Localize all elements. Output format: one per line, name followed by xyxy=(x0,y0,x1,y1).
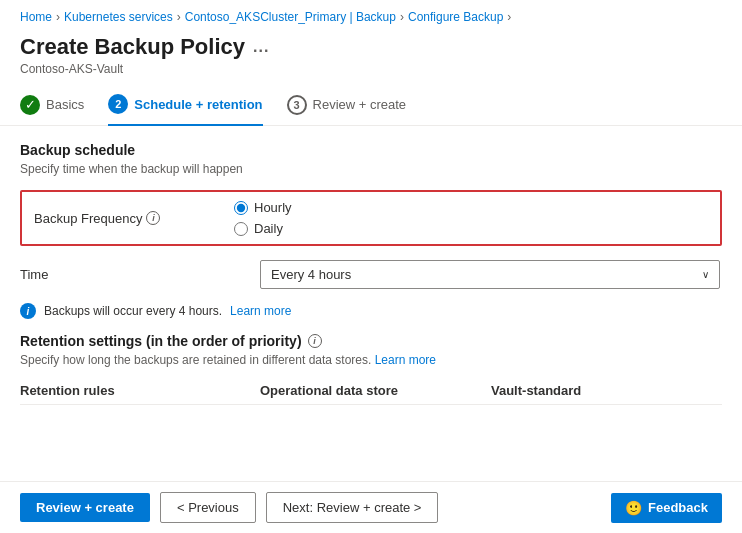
page-title-row: Create Backup Policy ... xyxy=(20,34,722,60)
page-title-ellipsis[interactable]: ... xyxy=(253,38,269,56)
feedback-button[interactable]: 🙂 Feedback xyxy=(611,493,722,523)
step-num-schedule: 2 xyxy=(108,94,128,114)
previous-button[interactable]: < Previous xyxy=(160,492,256,523)
time-row: Time Every 4 hours ∨ xyxy=(20,256,722,293)
frequency-daily-label: Daily xyxy=(254,221,283,236)
retention-learn-more-link[interactable]: Learn more xyxy=(375,353,436,367)
wizard-step-review[interactable]: 3 Review + create xyxy=(287,95,407,125)
frequency-info-icon[interactable]: i xyxy=(146,211,160,225)
breadcrumb-kubernetes[interactable]: Kubernetes services xyxy=(64,10,173,24)
retention-info-icon[interactable]: i xyxy=(308,334,322,348)
step-num-review: 3 xyxy=(287,95,307,115)
frequency-radio-hourly[interactable] xyxy=(234,201,248,215)
info-circle-icon: i xyxy=(20,303,36,319)
page-title-text: Create Backup Policy xyxy=(20,34,245,60)
retention-table-header: Retention rules Operational data store V… xyxy=(20,377,722,405)
info-bar: i Backups will occur every 4 hours. Lear… xyxy=(20,303,722,319)
step-label-basics: Basics xyxy=(46,97,84,112)
info-text: Backups will occur every 4 hours. xyxy=(44,304,222,318)
chevron-down-icon: ∨ xyxy=(702,269,709,280)
frequency-radio-group: Hourly Daily xyxy=(234,200,292,236)
page-subtitle: Contoso-AKS-Vault xyxy=(20,62,722,76)
backup-frequency-row: Backup Frequency i Hourly Daily xyxy=(20,190,722,246)
footer: Review + create < Previous Next: Review … xyxy=(0,481,742,533)
learn-more-link[interactable]: Learn more xyxy=(230,304,291,318)
breadcrumb-sep-2: › xyxy=(177,10,181,24)
retention-section: Retention settings (in the order of prio… xyxy=(20,333,722,405)
frequency-radio-daily[interactable] xyxy=(234,222,248,236)
col-header-operational: Operational data store xyxy=(260,383,491,398)
breadcrumb-cluster[interactable]: Contoso_AKSCluster_Primary | Backup xyxy=(185,10,396,24)
backup-schedule-title: Backup schedule xyxy=(20,142,722,158)
frequency-option-daily[interactable]: Daily xyxy=(234,221,292,236)
col-header-rules: Retention rules xyxy=(20,383,260,398)
time-label: Time xyxy=(20,267,260,282)
wizard-step-schedule[interactable]: 2 Schedule + retention xyxy=(108,94,262,126)
retention-desc: Specify how long the backups are retaine… xyxy=(20,353,722,367)
feedback-label: Feedback xyxy=(648,500,708,515)
frequency-option-hourly[interactable]: Hourly xyxy=(234,200,292,215)
review-create-button[interactable]: Review + create xyxy=(20,493,150,522)
page-header: Create Backup Policy ... Contoso-AKS-Vau… xyxy=(0,30,742,84)
breadcrumb-home[interactable]: Home xyxy=(20,10,52,24)
backup-frequency-label: Backup Frequency i xyxy=(34,211,234,226)
feedback-icon: 🙂 xyxy=(625,500,642,516)
breadcrumb-sep-4: › xyxy=(507,10,511,24)
breadcrumb-configure[interactable]: Configure Backup xyxy=(408,10,503,24)
wizard-steps: ✓ Basics 2 Schedule + retention 3 Review… xyxy=(0,84,742,126)
main-content: Backup schedule Specify time when the ba… xyxy=(0,126,742,405)
backup-schedule-desc: Specify time when the backup will happen xyxy=(20,162,722,176)
breadcrumb: Home › Kubernetes services › Contoso_AKS… xyxy=(0,0,742,30)
step-label-review: Review + create xyxy=(313,97,407,112)
time-value: Every 4 hours xyxy=(271,267,351,282)
time-dropdown[interactable]: Every 4 hours ∨ xyxy=(260,260,720,289)
breadcrumb-sep-1: › xyxy=(56,10,60,24)
frequency-hourly-label: Hourly xyxy=(254,200,292,215)
col-header-vault: Vault-standard xyxy=(491,383,722,398)
retention-title: Retention settings (in the order of prio… xyxy=(20,333,722,349)
backup-schedule-section: Backup schedule Specify time when the ba… xyxy=(20,142,722,319)
breadcrumb-sep-3: › xyxy=(400,10,404,24)
next-button[interactable]: Next: Review + create > xyxy=(266,492,439,523)
wizard-step-basics[interactable]: ✓ Basics xyxy=(20,95,84,125)
step-label-schedule: Schedule + retention xyxy=(134,97,262,112)
step-checkmark-basics: ✓ xyxy=(20,95,40,115)
